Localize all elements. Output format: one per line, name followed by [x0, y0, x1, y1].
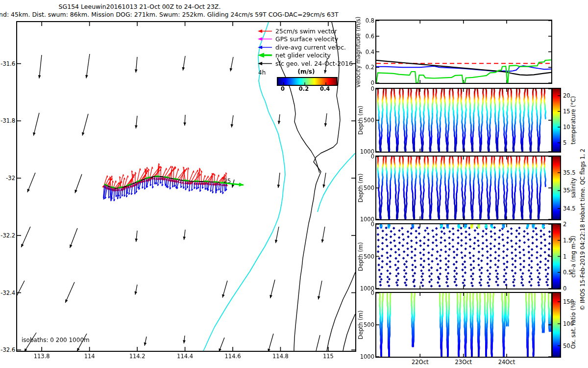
legend-duration-label: 4h: [258, 69, 266, 76]
legend-arrow-icon: [257, 28, 273, 34]
depth-axis-label: Depth (m): [357, 242, 364, 271]
legend-arrow-icon: [257, 45, 273, 50]
oxygen-plot: [375, 292, 552, 358]
map-colorbar-title: (m/s): [277, 68, 336, 75]
depth-tick: 0: [353, 153, 374, 160]
colorbar-tick-temperature: 15: [563, 108, 570, 115]
map-x-tick: 114.8: [266, 353, 295, 360]
legend-item-4: sfc geo. vel. 24-Oct-2016: [257, 60, 353, 67]
oxygen-colorbar: [552, 292, 561, 358]
legend-arrow-icon: [257, 53, 273, 58]
colorbar-tick-oxygen: 50: [563, 342, 570, 349]
chla-colorbar: [552, 223, 561, 289]
figure-window: SG154 Leeuwin20161013 21-Oct 00Z to 24-O…: [0, 0, 588, 368]
map-x-tick: 113.8: [27, 353, 56, 360]
velocity-y-tick: 0.2: [355, 64, 374, 71]
page-subtitle: Dist. over ground: 45km. Dist. swum: 86k…: [0, 11, 339, 18]
map-x-tick: 114.6: [218, 353, 247, 360]
legend-item-label: sfc geo. vel. 24-Oct-2016: [275, 60, 353, 67]
map-x-tick: 115: [314, 353, 343, 360]
depth-axis-label: Depth (m): [357, 311, 364, 340]
colorbar-tick-salinity: 35: [563, 187, 570, 194]
velocity-y-tick: 0.8: [355, 17, 374, 24]
salinity-colorbar: [552, 156, 561, 220]
map-y-tick: -32.6: [0, 346, 15, 353]
legend-item-label: GPS surface velocity: [275, 35, 338, 43]
legend-item-0: 25cm/s swim vector: [257, 27, 337, 34]
map-y-tick: -32.4: [0, 289, 15, 296]
time-axis-label: 23Oct: [449, 359, 478, 366]
time-axis-label: 22Oct: [405, 359, 435, 366]
legend-item-2: dive-avg current veloc.: [257, 44, 346, 51]
colorbar-tick-chla: 2: [563, 221, 566, 228]
map-x-tick: 114.2: [122, 353, 152, 360]
temperature-colorbar: [552, 88, 561, 153]
dive-number-label: 25: [223, 178, 231, 184]
salinity-plot: [375, 156, 552, 220]
map-colorbar: [277, 77, 338, 86]
depth-tick: 1000: [353, 353, 374, 360]
temperature-plot: [375, 88, 552, 153]
colorbar-tick-temperature: 10: [563, 124, 570, 131]
colorbar-label-salinity: salinity: [570, 178, 577, 198]
colorbar-tick-salinity: 34.5: [563, 205, 576, 212]
time-axis-label: 24Oct: [492, 359, 521, 366]
map-y-tick: -31.8: [0, 117, 15, 124]
depth-axis-label: Depth (m): [357, 174, 364, 203]
page-title: SG154 Leeuwin20161013 21-Oct 00Z to 24-O…: [59, 3, 221, 10]
velocity-y-tick: 0.6: [355, 33, 374, 40]
map-y-tick: -32: [0, 175, 15, 182]
depth-tick: 0: [353, 221, 374, 228]
colorbar-tick-temperature: 20: [563, 92, 570, 99]
legend-item-label: net glider velocity: [275, 52, 331, 59]
velocity-y-tick: 0.4: [355, 49, 374, 55]
colorbar-label-oxygen: Ox. sat. ratio (%): [570, 301, 577, 349]
map-colorbar-tick: 0.4: [315, 85, 335, 92]
legend-item-3: net glider velocity: [257, 52, 331, 59]
map-y-tick: -31.6: [0, 60, 15, 67]
colorbar-tick-salinity: 35.5: [563, 169, 576, 176]
legend-arrow-icon: [257, 61, 273, 66]
legend-arrow-icon: [257, 36, 273, 42]
depth-axis-label: Depth (m): [357, 106, 364, 135]
isobaths-label: isobaths: 0 200 1000m: [22, 337, 90, 343]
map-colorbar-tick: 0: [273, 85, 293, 92]
legend-item-label: dive-avg current veloc.: [275, 44, 346, 51]
colorbar-label-chla: chl-a (mg m-3): [570, 236, 577, 277]
colorbar-tick-chla: 1: [563, 253, 566, 260]
chla-plot: [375, 223, 552, 289]
map-x-tick: 114: [75, 353, 104, 360]
depth-tick: 0: [353, 289, 374, 296]
velocity-plot: [375, 20, 552, 84]
colorbar-label-temperature: temperature (°C): [570, 96, 577, 145]
colorbar-tick-temperature: 5: [563, 139, 566, 146]
legend-item-1: GPS surface velocity: [257, 36, 338, 43]
map-y-tick: -32.2: [0, 232, 15, 239]
legend-item-label: 25cm/s swim vector: [275, 27, 337, 35]
map-colorbar-tick: 0.2: [294, 85, 314, 92]
watermark-text: © IMOS 15-Feb-2019 04:22:18 Hobart time.…: [579, 149, 586, 311]
colorbar-tick-chla: 0: [563, 285, 566, 292]
depth-tick: 0: [353, 85, 374, 92]
map-x-tick: 114.4: [171, 353, 200, 360]
